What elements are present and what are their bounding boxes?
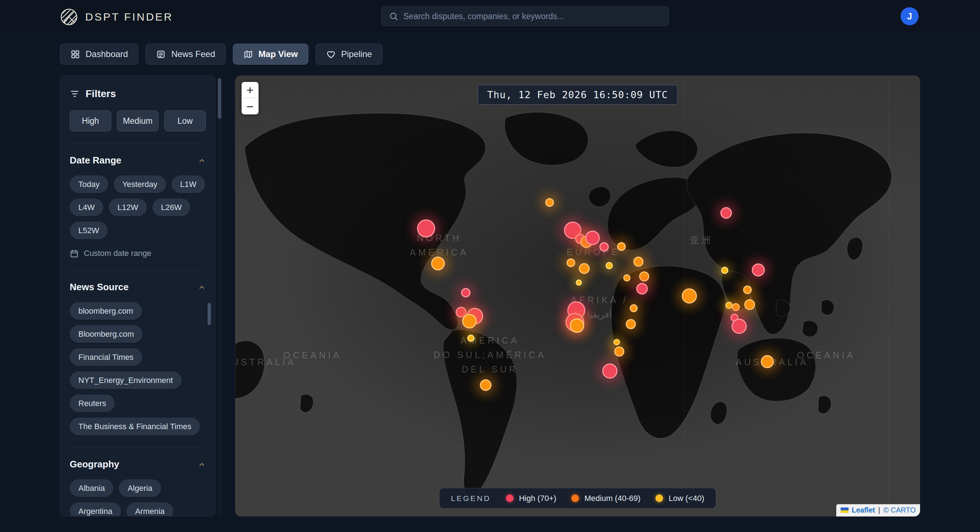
severity-button-high[interactable]: High — [70, 110, 111, 131]
map-zoom-control: + − — [242, 82, 259, 114]
map-marker-medium[interactable] — [623, 274, 630, 281]
legend-item-label: Medium (40-69) — [584, 494, 640, 503]
sidebar-scrollbar-track[interactable] — [218, 75, 221, 516]
filter-pill[interactable]: Financial Times — [70, 348, 142, 366]
tab-news-feed[interactable]: News Feed — [146, 44, 225, 65]
sidebar-scrollbar-thumb[interactable] — [218, 78, 221, 119]
news-source-scrollbar-thumb[interactable] — [208, 303, 211, 325]
custom-date-range-label: Custom date range — [84, 249, 151, 258]
map-marker-medium[interactable] — [480, 380, 492, 391]
zoom-out-button[interactable]: − — [242, 98, 259, 114]
legend-dot-icon — [656, 494, 663, 502]
tab-label: Dashboard — [86, 49, 128, 59]
severity-button-low[interactable]: Low — [164, 110, 206, 131]
filter-pill[interactable]: L52W — [70, 222, 108, 239]
search-icon — [389, 11, 398, 21]
carto-link[interactable]: © CARTO — [883, 506, 916, 514]
map-marker-medium[interactable] — [761, 355, 774, 368]
heart-icon — [326, 49, 336, 59]
map-marker-medium[interactable] — [462, 314, 477, 329]
map-view[interactable]: NORTHAMERICAEUROPE亚洲AFRIKA /أفريقياAMÉRI… — [235, 75, 920, 516]
map-marker-medium[interactable] — [614, 346, 624, 357]
continent-label: AMÉRICADO SUL;AMÉRICADEL SUR — [434, 333, 546, 376]
filter-pill[interactable]: Algeria — [119, 479, 161, 497]
leaflet-link[interactable]: Leaflet — [852, 506, 875, 514]
zoom-in-button[interactable]: + — [242, 82, 259, 98]
search-bar[interactable] — [381, 6, 669, 26]
filter-pill[interactable]: The Business & Financial Times — [70, 418, 200, 435]
search-input[interactable] — [403, 11, 661, 21]
map-marker-high[interactable] — [636, 283, 648, 294]
filter-pill[interactable]: NYT_Energy_Environment — [70, 372, 181, 389]
continent-label: OCEANIA — [797, 348, 856, 362]
map-marker-medium[interactable] — [431, 257, 445, 270]
filter-pill[interactable]: Argentina — [70, 502, 121, 516]
map-marker-medium[interactable] — [579, 263, 590, 274]
filter-pill[interactable]: Reuters — [70, 394, 115, 412]
map-attribution: Leaflet | © CARTO — [836, 504, 920, 516]
map-marker-medium[interactable] — [744, 299, 755, 310]
map-marker-low[interactable] — [576, 280, 582, 286]
avatar[interactable]: J — [900, 7, 919, 25]
map-marker-high[interactable] — [600, 242, 609, 252]
filter-pill[interactable]: L26W — [153, 199, 190, 216]
filter-pill[interactable]: L4W — [70, 199, 103, 216]
map-marker-medium[interactable] — [682, 288, 697, 303]
filter-icon — [70, 89, 80, 99]
filter-pill[interactable]: Albania — [70, 479, 113, 497]
filter-pill[interactable]: bloomberg.com — [70, 302, 142, 320]
filter-pill[interactable]: Bloomberg.com — [70, 325, 143, 343]
map-marker-medium[interactable] — [639, 272, 649, 281]
map-marker-low[interactable] — [467, 335, 474, 342]
tab-map-view[interactable]: Map View — [233, 44, 309, 65]
tab-pipeline[interactable]: Pipeline — [316, 44, 382, 65]
filter-pill[interactable]: Armenia — [126, 502, 173, 516]
map-marker-low[interactable] — [614, 339, 620, 345]
app-title: DSPT FINDER — [85, 11, 173, 23]
map-marker-medium[interactable] — [630, 304, 638, 312]
chevron-up-icon[interactable] — [198, 157, 206, 165]
chevron-up-icon[interactable] — [198, 461, 206, 468]
map-marker-high[interactable] — [732, 319, 747, 334]
custom-date-range-button[interactable]: Custom date range — [70, 249, 206, 258]
map-marker-medium[interactable] — [633, 257, 643, 267]
news-icon — [156, 49, 166, 59]
filters-title: Filters — [86, 88, 116, 100]
graticule-line — [266, 75, 267, 516]
map-marker-low[interactable] — [606, 262, 613, 269]
map-marker-high[interactable] — [752, 264, 765, 276]
map-marker-high[interactable] — [721, 207, 732, 219]
filter-pill[interactable]: Today — [70, 175, 108, 193]
map-marker-low[interactable] — [725, 302, 733, 309]
map-marker-medium[interactable] — [743, 286, 752, 294]
severity-button-medium[interactable]: Medium — [117, 110, 159, 131]
legend-item-label: Low (<40) — [669, 494, 704, 503]
map-marker-medium[interactable] — [566, 259, 575, 267]
news-source-title: News Source — [70, 281, 129, 293]
brand: DSPT FINDER — [60, 8, 173, 26]
continent-label: 亚洲 — [690, 233, 713, 247]
divider — [70, 448, 206, 448]
map-marker-medium[interactable] — [545, 198, 554, 207]
tab-dashboard[interactable]: Dashboard — [60, 44, 138, 65]
map-icon — [243, 49, 253, 59]
map-marker-high[interactable] — [585, 230, 600, 245]
map-marker-high[interactable] — [461, 288, 471, 297]
continent-label: NORTHAMERICA — [410, 230, 469, 259]
app-logo-icon — [60, 8, 78, 26]
map-marker-high[interactable] — [602, 364, 617, 379]
geography-pills: AlbaniaAlgeriaArgentinaArmeniaAustraliaA… — [70, 479, 206, 516]
filter-pill[interactable]: Yesterday — [114, 175, 166, 193]
filter-pill[interactable]: L12W — [109, 199, 146, 216]
map-marker-medium[interactable] — [732, 303, 740, 311]
chevron-up-icon[interactable] — [198, 283, 206, 291]
map-marker-high[interactable] — [417, 219, 435, 238]
geography-title: Geography — [70, 459, 119, 470]
map-marker-medium[interactable] — [626, 319, 636, 329]
nav-tabs: DashboardNews FeedMap ViewPipeline — [60, 44, 382, 65]
map-marker-low[interactable] — [721, 267, 728, 274]
map-marker-medium[interactable] — [617, 242, 626, 251]
filter-pill[interactable]: L1W — [172, 175, 205, 193]
map-timestamp: Thu, 12 Feb 2026 16:50:09 UTC — [477, 85, 678, 105]
map-marker-medium[interactable] — [570, 318, 584, 333]
